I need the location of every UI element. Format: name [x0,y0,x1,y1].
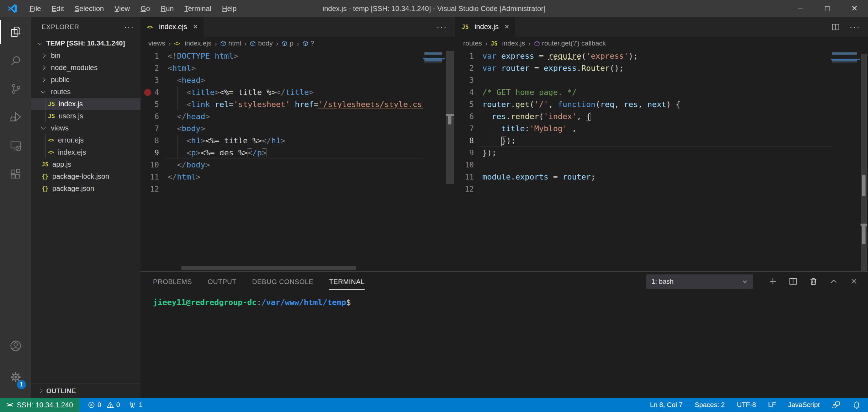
split-editor-icon[interactable] [831,22,840,32]
terminal-content[interactable]: jieey11@redredgroup-dc:/var/www/html/tem… [141,291,868,308]
tree-item-index.js[interactable]: JSindex.js [31,98,141,110]
cursor-position[interactable]: Ln 8, Col 7 [650,401,683,409]
line-number[interactable]: 12 [141,183,165,195]
breakpoint-line-number[interactable]: 4 [141,86,165,98]
encoding[interactable]: UTF-8 [737,401,756,409]
more-actions-icon[interactable]: ··· [850,25,860,29]
close-panel-icon[interactable] [849,277,859,286]
menu-run[interactable]: Run [155,0,179,17]
breadcrumb-item[interactable]: <>index.ejs [174,39,211,47]
line-number[interactable]: 6 [141,111,165,123]
outline-section[interactable]: OUTLINE [31,384,141,398]
tree-item-package.json[interactable]: {}package.json [31,182,141,194]
remote-indicator[interactable]: >< SSH: 10.34.1.240 [0,398,79,412]
line-number[interactable]: 3 [141,74,165,86]
breadcrumbs-left[interactable]: views›<>index.ejs›html›body›p›? [141,37,455,50]
line-number[interactable]: 8 [141,135,165,147]
tree-item-app.js[interactable]: JSapp.js [31,158,141,170]
line-number[interactable]: 11 [141,171,165,183]
line-number[interactable]: 8 [455,135,480,147]
accounts-icon[interactable] [0,330,31,362]
run-and-debug-icon[interactable] [0,103,31,132]
line-number[interactable]: 11 [455,171,480,183]
notifications-bell-icon[interactable] [852,401,861,409]
menu-help[interactable]: Help [217,0,242,17]
tree-item-package-lock.json[interactable]: {}package-lock.json [31,170,141,182]
tree-item-error.ejs[interactable]: <>error.ejs [31,134,141,146]
vertical-scrollbar[interactable] [860,50,868,271]
tree-item-public[interactable]: public [31,74,141,86]
new-terminal-icon[interactable] [768,277,778,286]
line-number[interactable]: 2 [455,62,480,74]
tab-debug-console[interactable]: DEBUG CONSOLE [252,273,313,290]
menu-terminal[interactable]: Terminal [179,0,217,17]
breadcrumb-item[interactable]: html [220,39,241,47]
line-number[interactable]: 10 [455,159,480,171]
extensions-icon[interactable] [0,160,31,188]
tab-terminal[interactable]: TERMINAL [329,273,365,290]
tree-item-bin[interactable]: bin [31,49,141,61]
breadcrumb-item[interactable]: JSindex.js [491,39,525,47]
tree-item-views[interactable]: views [31,122,141,134]
minimap[interactable] [423,50,445,265]
horizontal-scrollbar[interactable] [141,265,455,271]
remote-explorer-icon[interactable] [0,132,31,160]
menu-view[interactable]: View [109,0,135,17]
split-terminal-icon[interactable] [788,277,798,286]
language-mode[interactable]: JavaScript [788,401,820,409]
tree-item-routes[interactable]: routes [31,86,141,98]
minimize-button[interactable]: – [787,0,814,17]
breadcrumb-item[interactable]: ? [302,39,314,47]
kill-terminal-trash-icon[interactable] [809,277,818,286]
breadcrumb-item[interactable]: routes [463,39,482,47]
problems-status[interactable]: 0 0 [88,401,120,409]
line-number[interactable]: 12 [455,183,480,195]
close-button[interactable]: ✕ [841,0,868,17]
tab-close-icon[interactable]: ✕ [504,23,509,31]
minimap[interactable] [831,50,860,271]
editor-index-js[interactable]: 1var express = require('express');2var r… [455,50,868,271]
search-icon[interactable] [0,46,31,75]
line-number[interactable]: 4 [455,86,480,98]
terminal-instance-dropdown[interactable]: 1: bash [646,274,753,289]
feedback-icon[interactable] [832,401,840,409]
line-number[interactable]: 1 [141,50,165,62]
breadcrumb-item[interactable]: body [250,39,272,47]
line-number[interactable]: 6 [455,111,480,123]
scrollbar-slider[interactable] [181,266,356,270]
tab-output[interactable]: OUTPUT [208,273,237,290]
line-number[interactable]: 7 [455,123,480,135]
menu-go[interactable]: Go [135,0,155,17]
more-actions-icon[interactable]: ··· [436,25,447,29]
settings-gear-icon[interactable]: 1 [0,362,31,393]
breadcrumb-item[interactable]: p [281,39,293,47]
forwarded-ports[interactable]: 1 [128,401,143,409]
tab-close-icon[interactable]: ✕ [193,23,198,31]
vertical-scrollbar[interactable] [445,50,455,265]
maximize-panel-icon[interactable] [829,277,838,286]
eol-sequence[interactable]: LF [768,401,776,409]
workspace-root-folder[interactable]: TEMP [SSH: 10.34.1.240] [31,37,141,49]
maximize-button[interactable]: □ [814,0,841,17]
source-control-icon[interactable] [0,75,31,103]
tree-item-users.js[interactable]: JSusers.js [31,110,141,122]
explorer-more-actions-icon[interactable]: ··· [124,23,134,32]
tab-index-js[interactable]: JS index.js ✕ [455,17,515,37]
menu-edit[interactable]: Edit [46,0,69,17]
line-number[interactable]: 7 [141,123,165,135]
line-number[interactable]: 5 [141,98,165,111]
line-number[interactable]: 1 [455,50,480,62]
tree-item-index.ejs[interactable]: <>index.ejs [31,146,141,158]
tree-item-node_modules[interactable]: node_modules [31,61,141,74]
breadcrumb-item[interactable]: views [148,39,165,47]
tab-index-ejs[interactable]: <> index.ejs ✕ [141,17,204,37]
breadcrumb-item[interactable]: router.get('/') callback [534,39,606,47]
line-number[interactable]: 9 [141,147,165,159]
indentation[interactable]: Spaces: 2 [695,401,725,409]
menu-selection[interactable]: Selection [69,0,109,17]
line-number[interactable]: 5 [455,98,480,111]
menu-file[interactable]: File [24,0,46,17]
editor-index-ejs[interactable]: 1<!DOCTYPE html>2<html>3 <head>4 <title>… [141,50,455,265]
tab-problems[interactable]: PROBLEMS [153,273,192,290]
explorer-icon[interactable] [0,18,31,46]
